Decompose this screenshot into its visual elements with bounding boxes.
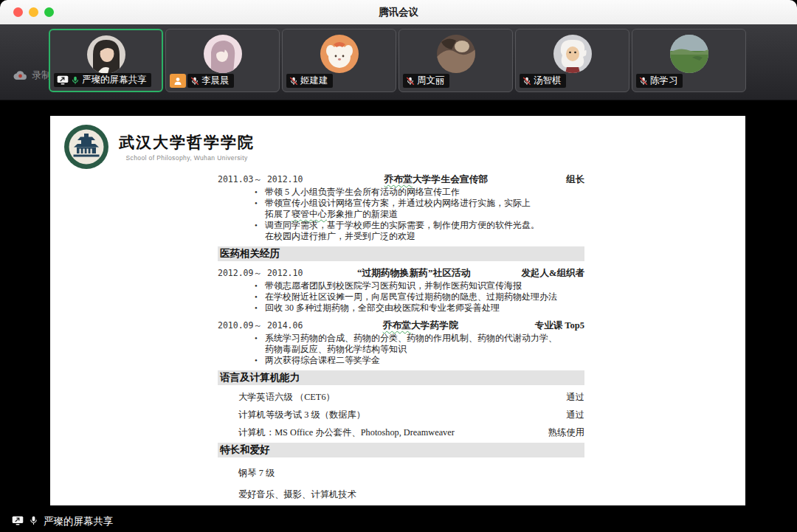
avatar <box>87 35 125 74</box>
status-screen-share-icon <box>12 515 24 528</box>
entry-dates: 2010.09～ 2014.06 <box>218 319 306 331</box>
skill-level: 通过 <box>566 409 584 421</box>
skill-row: 大学英语六级 （CET6）通过 <box>238 391 584 403</box>
person-icon <box>173 77 182 86</box>
mic-muted-icon <box>289 77 298 86</box>
bullet-text: 回收 30 多种过期药物，全部交由校医院和专业老师妥善处理 <box>265 303 584 314</box>
entry-role: 专业课 Top5 <box>535 319 584 331</box>
bullet-text: 在学校附近社区设摊一周，向居民宣传过期药物的隐患、过期药物处理办法 <box>265 291 584 303</box>
resume-page: 武汉大学哲学学院 School of Philosophy, Wuhan Uni… <box>50 116 745 505</box>
participant-name: 严璨的屏幕共享 <box>82 74 147 86</box>
bullet-item: 系统学习药物的合成、药物的分类、药物的作用机制、药物的代谢动力学、 药物毒副反应… <box>255 333 584 355</box>
entry-title: “过期药物换新药”社区活动 <box>306 267 522 279</box>
bullet-marker <box>255 198 265 220</box>
tile-bottom-row: 严璨的屏幕共享 <box>54 73 151 87</box>
section-header: 特长和爱好 <box>218 443 584 457</box>
bullet-item: 带领 5 人小组负责学生会所有活动的网络宣传工作 <box>255 187 584 198</box>
entry-title: 乔布堂大学学生会宣传部 <box>306 173 566 185</box>
bullet-marker <box>255 333 265 355</box>
mic-on-icon <box>29 516 38 525</box>
participant-name: 陈学习 <box>650 75 678 87</box>
avatar <box>437 35 475 73</box>
status-label: 严璨的屏幕共享 <box>44 515 114 528</box>
participant-tile[interactable]: 陈学习 <box>632 29 746 92</box>
participant-name: 李晨晨 <box>201 75 230 87</box>
zoom-button[interactable] <box>44 7 54 17</box>
participant-tiles: 严璨的屏幕共享李晨晨姬建建周文丽汤智棋陈学习 <box>49 29 746 92</box>
bullet-item: 带领志愿者团队到校医院学习医药知识，并制作医药知识宣传海报 <box>255 280 584 291</box>
tile-name-label: 汤智棋 <box>520 74 566 88</box>
mic-muted-icon <box>639 77 648 86</box>
participant-name: 周文丽 <box>417 75 445 87</box>
entry-heading: 2011.03～ 2012.10乔布堂大学学生会宣传部组长 <box>218 173 584 185</box>
status-bar: 严璨的屏幕共享 <box>0 511 797 532</box>
participant-tile[interactable]: 李晨晨 <box>165 29 280 92</box>
tile-name-label: 严璨的屏幕共享 <box>54 73 151 87</box>
tile-name-label: 李晨晨 <box>187 74 234 88</box>
mic-muted-icon <box>522 77 531 86</box>
screen-share-icon <box>57 75 69 85</box>
status-mic-icon <box>29 515 38 528</box>
cloud-record-icon <box>13 71 27 80</box>
mic-on-icon <box>71 76 80 85</box>
hobby-item: 钢琴 7 级 <box>238 467 584 479</box>
university-logo-block: 武汉大学哲学学院 School of Philosophy, Wuhan Uni… <box>63 124 255 170</box>
entry-bullets: 带领志愿者团队到校医院学习医药知识，并制作医药知识宣传海报在学校附近社区设摊一周… <box>218 280 584 314</box>
close-button[interactable] <box>13 7 23 17</box>
entry-heading: 2010.09～ 2014.06乔布堂大学药学院专业课 Top5 <box>218 319 584 331</box>
bullet-marker <box>255 303 265 314</box>
video-strip: 录制中 严璨的屏幕共享李晨晨姬建建周文丽汤智棋陈学习 <box>0 24 797 100</box>
participant-tile[interactable]: 严璨的屏幕共享 <box>49 29 163 92</box>
shared-screen-area: 武汉大学哲学学院 School of Philosophy, Wuhan Uni… <box>0 100 797 511</box>
skill-level: 熟练使用 <box>548 426 584 438</box>
avatar <box>670 35 708 73</box>
bullet-text: 调查同学需求，基于学校师生的实际需要，制作使用方便的软件光盘。 在校园内进行推广… <box>265 220 584 242</box>
minimize-button[interactable] <box>29 7 38 17</box>
bullet-marker <box>255 291 265 303</box>
tile-name-label: 陈学习 <box>636 74 683 88</box>
logo-subtitle: School of Philosophy, Wuhan University <box>119 154 255 162</box>
window-title: 腾讯会议 <box>379 6 418 19</box>
bullet-marker <box>255 355 265 366</box>
title-bar: 腾讯会议 <box>0 0 797 25</box>
meeting-window: 腾讯会议 录制中 严璨的屏幕共享李晨晨姬建建周文丽汤智棋陈学习 <box>0 0 797 532</box>
participant-tile[interactable]: 周文丽 <box>398 29 513 92</box>
resume-body: 2011.03～ 2012.10乔布堂大学学生会宣传部组长带领 5 人小组负责学… <box>218 167 584 500</box>
tile-bottom-row: 汤智棋 <box>520 74 566 88</box>
avatar <box>204 35 242 73</box>
entry-bullets: 系统学习药物的合成、药物的分类、药物的作用机制、药物的代谢动力学、 药物毒副反应… <box>218 333 584 366</box>
bullet-item: 回收 30 多种过期药物，全部交由校医院和专业老师妥善处理 <box>255 303 584 314</box>
tile-name-label: 周文丽 <box>403 74 449 88</box>
screen-share-icon <box>12 516 24 525</box>
participant-tile[interactable]: 汤智棋 <box>515 29 629 92</box>
tile-name-label: 姬建建 <box>286 74 333 88</box>
section-header: 医药相关经历 <box>218 246 584 261</box>
tile-bottom-row: 陈学习 <box>636 74 683 88</box>
entry-role: 组长 <box>566 173 584 185</box>
skill-level: 通过 <box>566 391 584 403</box>
bullet-text: 两次获得综合课程二等奖学金 <box>265 355 584 366</box>
avatar <box>320 35 359 73</box>
skill-label: 计算机：MS Office 办公套件、Photoshop, Dreamweave… <box>238 426 455 438</box>
skill-row: 计算机：MS Office 办公套件、Photoshop, Dreamweave… <box>238 426 584 438</box>
bullet-item: 带领宣传小组设计网络宣传方案，并通过校内网络进行实施，实际上 拓展了寝管中心形象… <box>255 198 584 220</box>
entry-heading: 2012.09～ 2012.10“过期药物换新药”社区活动发起人&组织者 <box>218 267 584 279</box>
skill-label: 计算机等级考试 3 级（数据库） <box>238 409 365 421</box>
logo-text: 武汉大学哲学学院 School of Philosophy, Wuhan Uni… <box>119 132 255 162</box>
logo-title: 武汉大学哲学学院 <box>119 132 255 153</box>
entry-dates: 2011.03～ 2012.10 <box>218 173 306 185</box>
skill-row: 计算机等级考试 3 级（数据库）通过 <box>238 409 584 421</box>
bullet-item: 调查同学需求，基于学校师生的实际需要，制作使用方便的软件光盘。 在校园内进行推广… <box>255 220 584 242</box>
bullet-text: 系统学习药物的合成、药物的分类、药物的作用机制、药物的代谢动力学、 药物毒副反应… <box>265 333 584 355</box>
bullet-marker <box>255 220 265 242</box>
tile-bottom-row: 姬建建 <box>286 74 333 88</box>
tile-bottom-row: 周文丽 <box>403 74 449 88</box>
participant-name: 汤智棋 <box>534 75 562 87</box>
hand-raised-badge <box>170 74 186 88</box>
participant-tile[interactable]: 姬建建 <box>282 29 396 92</box>
bullet-text: 带领 5 人小组负责学生会所有活动的网络宣传工作 <box>265 187 584 198</box>
bullet-marker <box>255 187 265 198</box>
hobby-item: 爱好音乐、摄影、计算机技术 <box>238 488 584 500</box>
traffic-lights <box>13 0 54 24</box>
entry-bullets: 带领 5 人小组负责学生会所有活动的网络宣传工作带领宣传小组设计网络宣传方案，并… <box>218 187 584 242</box>
